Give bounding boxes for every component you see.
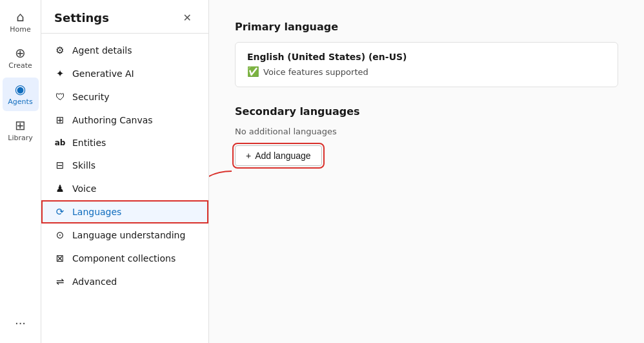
settings-header: Settings ✕ [41,0,208,34]
entities-icon: ab [54,138,66,147]
languages-icon: ⟳ [54,206,66,218]
agent-details-label: Agent details [72,45,132,56]
authoring-canvas-label: Authoring Canvas [72,115,153,125]
security-label: Security [72,92,110,102]
primary-language-name: English (United States) (en-US) [247,52,606,62]
settings-nav-item-generative-ai[interactable]: ✦ Generative AI [41,62,208,85]
languages-label: Languages [72,207,121,217]
settings-nav-item-skills[interactable]: ⊟ Skills [41,154,208,177]
settings-nav-item-voice[interactable]: ♟ Voice [41,177,208,200]
settings-nav-item-authoring-canvas[interactable]: ⊞ Authoring Canvas [41,109,208,132]
library-label: Library [8,134,32,142]
nav-item-home[interactable]: ⌂ Home [3,5,39,39]
settings-nav-item-languages[interactable]: ⟳ Languages [41,200,208,223]
agent-details-icon: ⚙ [54,45,66,56]
settings-nav-item-advanced[interactable]: ⇌ Advanced [41,270,208,293]
settings-title: Settings [54,11,109,25]
entities-label: Entities [72,138,106,148]
settings-nav: ⚙ Agent details ✦ Generative AI 🛡 Securi… [41,34,208,343]
left-nav: ⌂ Home ⊕ Create ◉ Agents ⊞ Library ··· [0,0,41,343]
arrow-annotation [209,165,235,205]
generative-ai-label: Generative AI [72,68,134,79]
primary-language-card: English (United States) (en-US) ✅ Voice … [235,42,618,87]
add-language-button[interactable]: + Add language [235,145,322,166]
agents-icon: ◉ [15,83,26,96]
settings-nav-item-security[interactable]: 🛡 Security [41,85,208,109]
settings-panel: Settings ✕ ⚙ Agent details ✦ Generative … [41,0,209,343]
add-language-wrapper: + Add language [235,145,322,166]
language-understanding-label: Language understanding [72,230,185,240]
nav-item-library[interactable]: ⊞ Library [3,114,39,147]
create-label: Create [8,61,32,70]
create-icon: ⊕ [15,47,26,59]
settings-nav-item-language-understanding[interactable]: ⊙ Language understanding [41,223,208,247]
voice-support-row: ✅ Voice features supported [247,66,606,78]
nav-item-create[interactable]: ⊕ Create [3,41,39,75]
nav-item-agents[interactable]: ◉ Agents [3,78,39,111]
nav-more[interactable]: ··· [10,311,31,335]
primary-language-section-title: Primary language [235,21,618,33]
home-label: Home [10,25,30,34]
voice-icon: ♟ [54,183,66,194]
settings-nav-item-component-collections[interactable]: ⊠ Component collections [41,247,208,270]
settings-nav-item-entities[interactable]: ab Entities [41,132,208,154]
library-icon: ⊞ [15,119,26,132]
voice-support-text: Voice features supported [263,67,368,77]
settings-nav-item-agent-details[interactable]: ⚙ Agent details [41,39,208,62]
language-understanding-icon: ⊙ [54,229,66,241]
component-collections-label: Component collections [72,253,176,264]
arrow-svg [209,165,235,203]
advanced-label: Advanced [72,276,117,287]
main-content: Primary language English (United States)… [209,0,644,343]
skills-icon: ⊟ [54,160,66,171]
plus-icon: + [246,151,251,161]
add-language-label: Add language [255,151,310,161]
generative-ai-icon: ✦ [54,68,66,79]
voice-label: Voice [72,183,96,194]
check-icon: ✅ [247,66,259,78]
advanced-icon: ⇌ [54,276,66,287]
home-icon: ⌂ [16,10,25,23]
skills-label: Skills [72,160,96,171]
component-collections-icon: ⊠ [54,253,66,264]
authoring-canvas-icon: ⊞ [54,114,66,126]
security-icon: 🛡 [54,91,66,103]
close-button[interactable]: ✕ [179,10,196,25]
secondary-languages-section-title: Secondary languages [235,105,618,118]
no-languages-text: No additional languages [235,127,618,136]
agents-label: Agents [8,98,32,106]
